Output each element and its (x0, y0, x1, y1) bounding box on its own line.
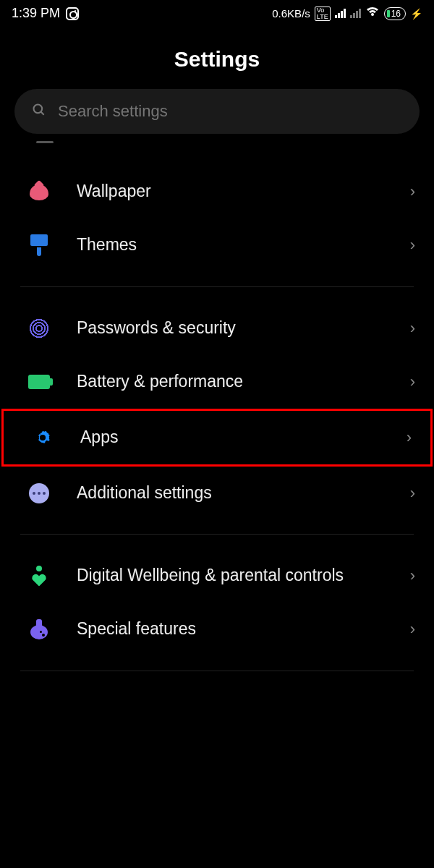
search-input[interactable] (58, 102, 402, 121)
settings-item-wallpaper[interactable]: Wallpaper › (0, 165, 434, 218)
svg-line-1 (41, 111, 44, 114)
dots-icon (29, 483, 49, 503)
signal-icon (335, 9, 346, 18)
instagram-notif-icon (66, 7, 79, 20)
chevron-right-icon: › (410, 484, 415, 503)
status-time: 1:39 PM (12, 6, 60, 21)
settings-item-passwords[interactable]: Passwords & security › (0, 302, 434, 355)
settings-list: Wallpaper › Themes › Passwords & securit… (0, 141, 434, 671)
chevron-right-icon: › (410, 182, 415, 201)
settings-item-wellbeing[interactable]: Digital Wellbeing & parental controls › (0, 549, 434, 603)
divider (20, 286, 414, 287)
chevron-right-icon: › (410, 373, 415, 391)
tulip-icon (30, 182, 48, 202)
heart-icon (29, 566, 49, 586)
settings-item-label: Passwords & security (77, 318, 386, 339)
settings-item-label: Apps (80, 427, 382, 448)
divider (20, 534, 414, 535)
settings-item-apps[interactable]: Apps › (1, 409, 433, 467)
settings-item-label: Battery & performance (77, 371, 386, 393)
settings-item-themes[interactable]: Themes › (0, 218, 434, 272)
gear-icon (33, 427, 53, 448)
fingerprint-icon (29, 318, 49, 339)
settings-item-label: Digital Wellbeing & parental controls (77, 565, 386, 587)
partial-item (36, 141, 54, 143)
signal-icon-sim2 (350, 9, 361, 18)
brush-icon (30, 234, 48, 256)
settings-item-label: Additional settings (77, 482, 386, 504)
chevron-right-icon: › (410, 319, 415, 338)
battery-icon (28, 375, 50, 389)
settings-item-label: Special features (77, 618, 386, 640)
charging-icon: ⚡ (410, 8, 422, 20)
settings-item-additional[interactable]: Additional settings › (0, 467, 434, 520)
settings-item-label: Themes (77, 234, 386, 256)
chevron-right-icon: › (407, 428, 412, 447)
search-icon (32, 103, 46, 121)
search-box[interactable] (14, 89, 420, 134)
page-title: Settings (0, 27, 434, 89)
status-bar: 1:39 PM 0.6KB/s VoLTE 16 ⚡ (0, 0, 434, 27)
flask-icon (30, 619, 48, 639)
svg-point-0 (34, 104, 43, 113)
settings-item-battery[interactable]: Battery & performance › (0, 355, 434, 409)
chevron-right-icon: › (410, 620, 415, 639)
volte-icon: VoLTE (315, 7, 331, 21)
settings-item-label: Wallpaper (77, 181, 386, 203)
chevron-right-icon: › (410, 566, 415, 585)
status-net-speed: 0.6KB/s (272, 7, 310, 20)
chevron-right-icon: › (410, 236, 415, 255)
svg-point-3 (40, 435, 46, 441)
wifi-icon (365, 6, 380, 21)
divider (20, 671, 414, 671)
battery-indicator: 16 (384, 7, 406, 20)
settings-item-special[interactable]: Special features › (0, 603, 434, 656)
